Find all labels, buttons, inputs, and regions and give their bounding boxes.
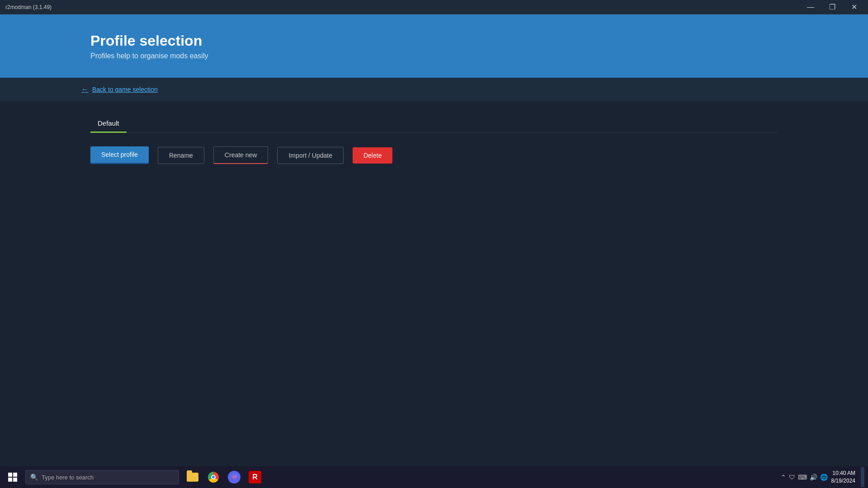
system-tray: ⌃ 🛡 ⌨ 🔊 🌐: [781, 474, 828, 481]
taskbar-apps: 👾 R: [183, 467, 265, 487]
rename-button[interactable]: Rename: [158, 147, 204, 164]
back-to-game-selection-link[interactable]: ← Back to game selection: [81, 85, 158, 94]
start-button[interactable]: [2, 466, 24, 488]
page-subtitle: Profiles help to organise mods easily: [90, 52, 778, 60]
restore-button[interactable]: ❐: [822, 0, 843, 14]
create-new-button[interactable]: Create new: [213, 146, 269, 164]
header: Profile selection Profiles help to organ…: [0, 14, 868, 78]
tray-network-icon[interactable]: 🌐: [820, 474, 828, 481]
clock[interactable]: 10:40 AM 8/19/2024: [831, 469, 855, 485]
buttons-row: Select profile Rename Create new Import …: [90, 146, 778, 164]
tray-keyboard-icon: ⌨: [798, 474, 807, 481]
close-button[interactable]: ✕: [844, 0, 864, 14]
clock-date: 8/19/2024: [831, 477, 855, 485]
title-bar: r2modman (3.1.49) — ❐ ✕: [0, 0, 868, 14]
chrome-app[interactable]: [203, 467, 223, 487]
back-label: Back to game selection: [92, 86, 158, 93]
system-tray-area: ⌃ 🛡 ⌨ 🔊 🌐 10:40 AM 8/19/2024: [781, 467, 864, 487]
page-title: Profile selection: [90, 33, 778, 49]
search-icon: 🔍: [30, 474, 38, 481]
r2modman-app[interactable]: R: [245, 467, 265, 487]
file-explorer-app[interactable]: [183, 467, 203, 487]
chrome-icon: [208, 472, 219, 483]
tab-default-label: Default: [98, 119, 119, 127]
main-content: Default Select profile Rename Create new…: [0, 101, 868, 372]
delete-button[interactable]: Delete: [353, 147, 392, 164]
minimize-button[interactable]: —: [800, 0, 821, 14]
tray-vpn-icon: 🛡: [789, 474, 795, 481]
taskbar: 🔍 Type here to search 👾 R ⌃ 🛡 ⌨ 🔊 🌐: [0, 466, 868, 488]
taskbar-search[interactable]: 🔍 Type here to search: [25, 470, 179, 484]
nav-bar: ← Back to game selection: [0, 78, 868, 101]
select-profile-button[interactable]: Select profile: [90, 146, 149, 164]
clock-time: 10:40 AM: [831, 469, 855, 477]
search-placeholder: Type here to search: [42, 474, 94, 481]
tray-expand-icon[interactable]: ⌃: [781, 474, 786, 481]
r2modman-icon: R: [249, 471, 261, 483]
tabs: Default: [90, 115, 778, 133]
tray-speaker-icon[interactable]: 🔊: [810, 474, 817, 481]
tab-default[interactable]: Default: [90, 115, 127, 133]
windows-logo-icon: [8, 473, 17, 482]
back-arrow-icon: ←: [81, 85, 89, 94]
window-controls: — ❐ ✕: [800, 0, 864, 14]
file-explorer-icon: [187, 473, 198, 482]
discord-app[interactable]: 👾: [224, 467, 244, 487]
show-desktop-button[interactable]: [861, 467, 864, 487]
import-update-button[interactable]: Import / Update: [277, 147, 344, 164]
discord-icon: 👾: [228, 471, 241, 483]
window-title: r2modman (3.1.49): [4, 4, 52, 10]
